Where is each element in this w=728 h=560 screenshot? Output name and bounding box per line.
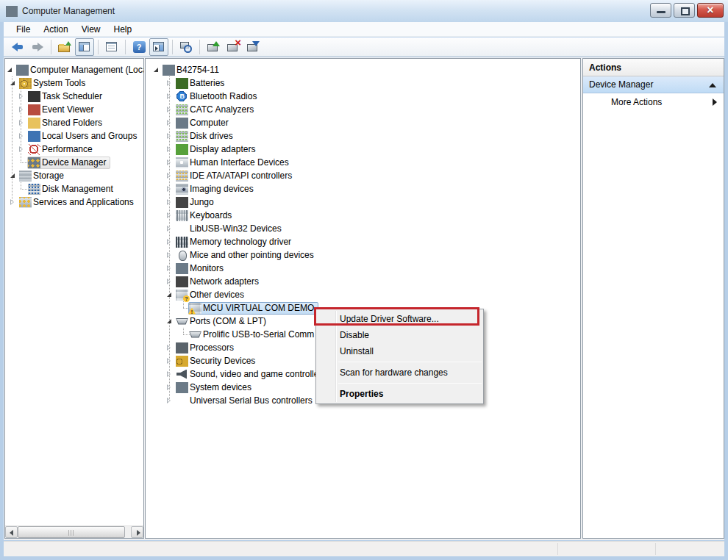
expander-collapsed-icon[interactable] bbox=[165, 116, 175, 129]
uninstall-device-button[interactable] bbox=[224, 38, 243, 56]
device-tree-item-computer[interactable]: Computer bbox=[146, 116, 580, 129]
expander-collapsed-icon[interactable] bbox=[17, 129, 27, 143]
menu-item-uninstall[interactable]: Uninstall bbox=[316, 343, 483, 359]
device-tree-item-imaging-devices[interactable]: Imaging devices bbox=[146, 182, 580, 195]
expander-collapsed-icon[interactable] bbox=[165, 381, 175, 394]
expander-collapsed-icon[interactable] bbox=[165, 103, 175, 116]
restore-button[interactable] bbox=[674, 3, 695, 18]
tree-item-content: Processors bbox=[175, 342, 238, 354]
expander-collapsed-icon[interactable] bbox=[165, 143, 175, 156]
expander-collapsed-icon[interactable] bbox=[165, 275, 175, 288]
expander-collapsed-icon[interactable] bbox=[17, 143, 27, 156]
device-tree-item-b42754-11[interactable]: B42754-11 bbox=[146, 63, 580, 76]
device-tree-item-display-adapters[interactable]: Display adapters bbox=[146, 143, 580, 156]
update-driver-button[interactable] bbox=[204, 38, 223, 56]
title-bar[interactable]: Computer Management bbox=[0, 0, 728, 22]
scan-hardware-button[interactable] bbox=[176, 38, 196, 56]
back-button[interactable] bbox=[8, 38, 27, 56]
device-tree-item-network-adapters[interactable]: Network adapters bbox=[146, 275, 580, 288]
menu-file[interactable]: File bbox=[10, 23, 37, 36]
expander-collapsed-icon[interactable] bbox=[165, 156, 175, 169]
expander-expanded-icon[interactable] bbox=[8, 76, 18, 90]
console-tree-item-device-manager[interactable]: Device Manager bbox=[5, 156, 143, 169]
expander-collapsed-icon[interactable] bbox=[165, 209, 175, 222]
device-tree-item-memory-technology-driver[interactable]: Memory technology driver bbox=[146, 235, 580, 248]
menu-action[interactable]: Action bbox=[37, 23, 74, 36]
console-tree-item-disk-management[interactable]: Disk Management bbox=[5, 182, 143, 195]
expander-expanded-icon[interactable] bbox=[165, 315, 175, 328]
actions-group-device-manager[interactable]: Device Manager bbox=[583, 76, 724, 93]
shared-folders-icon bbox=[28, 118, 40, 129]
selected-item-highlight[interactable]: !MCU VIRTUAL COM DEMO bbox=[188, 302, 318, 315]
close-button[interactable] bbox=[697, 3, 724, 18]
expander-collapsed-icon[interactable] bbox=[165, 222, 175, 235]
device-tree-item-monitors[interactable]: Monitors bbox=[146, 262, 580, 275]
menu-item-scan-for-hardware-changes[interactable]: Scan for hardware changes bbox=[316, 365, 483, 381]
device-tree-item-ide-ata-atapi-controllers[interactable]: IDE ATA/ATAPI controllers bbox=[146, 169, 580, 182]
expander-collapsed-icon[interactable] bbox=[165, 394, 175, 407]
device-tree-item-catc-analyzers[interactable]: CATC Analyzers bbox=[146, 103, 580, 116]
expander-collapsed-icon[interactable] bbox=[165, 76, 175, 90]
console-tree-item-performance[interactable]: Performance bbox=[5, 143, 143, 156]
forward-button[interactable] bbox=[28, 38, 47, 56]
expander-collapsed-icon[interactable] bbox=[165, 182, 175, 195]
minimize-button[interactable] bbox=[650, 3, 671, 18]
device-tree-item-libusb-win32-devices[interactable]: LibUSB-Win32 Devices bbox=[146, 222, 580, 235]
expander-collapsed-icon[interactable] bbox=[165, 195, 175, 209]
expander-collapsed-icon[interactable] bbox=[165, 90, 175, 103]
expander-expanded-icon[interactable] bbox=[165, 288, 175, 301]
horizontal-scrollbar[interactable] bbox=[5, 525, 143, 538]
expander-collapsed-icon[interactable] bbox=[165, 129, 175, 143]
menu-item-update-driver-software[interactable]: Update Driver Software... bbox=[316, 311, 483, 327]
console-tree-item-computer-management-local[interactable]: Computer Management (Local) bbox=[5, 63, 143, 76]
scrollbar-thumb[interactable] bbox=[18, 526, 125, 538]
device-tree-item-keyboards[interactable]: Keyboards bbox=[146, 209, 580, 222]
properties-window-button[interactable] bbox=[102, 38, 121, 56]
show-hide-action-pane-button[interactable] bbox=[149, 38, 168, 56]
console-tree-item-shared-folders[interactable]: Shared Folders bbox=[5, 116, 143, 129]
device-tree-item-bluetooth-radios[interactable]: Bluetooth Radios bbox=[146, 90, 580, 103]
console-tree-item-event-viewer[interactable]: Event Viewer bbox=[5, 103, 143, 116]
console-tree-item-services-and-applications[interactable]: Services and Applications bbox=[5, 195, 143, 209]
up-one-level-button[interactable] bbox=[55, 38, 74, 56]
expander-collapsed-icon[interactable] bbox=[165, 367, 175, 381]
menu-view[interactable]: View bbox=[75, 23, 107, 36]
tree-item-label: Batteries bbox=[188, 78, 226, 88]
expander-collapsed-icon[interactable] bbox=[165, 354, 175, 367]
expander-collapsed-icon[interactable] bbox=[165, 248, 175, 262]
expander-collapsed-icon[interactable] bbox=[17, 90, 27, 103]
device-tree-item-batteries[interactable]: Batteries bbox=[146, 76, 580, 90]
console-tree-item-storage[interactable]: Storage bbox=[5, 169, 143, 182]
collapse-group-icon[interactable] bbox=[709, 83, 716, 87]
menu-item-properties[interactable]: Properties bbox=[316, 386, 483, 402]
selected-item-highlight[interactable]: Device Manager bbox=[27, 157, 110, 169]
console-tree-item-system-tools[interactable]: System Tools bbox=[5, 76, 143, 90]
disable-device-button[interactable] bbox=[243, 38, 263, 56]
help-button[interactable] bbox=[129, 38, 149, 56]
scroll-right-button[interactable] bbox=[131, 526, 143, 538]
workspace: Computer Management (Local)System ToolsT… bbox=[4, 57, 724, 540]
console-tree-item-task-scheduler[interactable]: Task Scheduler bbox=[5, 90, 143, 103]
expander-collapsed-icon[interactable] bbox=[8, 195, 18, 209]
menu-item-disable[interactable]: Disable bbox=[316, 327, 483, 343]
expander-collapsed-icon[interactable] bbox=[165, 262, 175, 275]
expander-collapsed-icon[interactable] bbox=[17, 116, 27, 129]
expander-collapsed-icon[interactable] bbox=[165, 169, 175, 182]
device-tree-item-mice-and-other-pointing-devices[interactable]: Mice and other pointing devices bbox=[146, 248, 580, 262]
device-tree-item-disk-drives[interactable]: Disk drives bbox=[146, 129, 580, 143]
console-tree-item-local-users-and-groups[interactable]: Local Users and Groups bbox=[5, 129, 143, 143]
expander-expanded-icon[interactable] bbox=[8, 169, 18, 182]
expander-collapsed-icon[interactable] bbox=[17, 103, 27, 116]
expander-collapsed-icon[interactable] bbox=[165, 341, 175, 354]
scroll-left-button[interactable] bbox=[5, 526, 18, 538]
expander-expanded-icon[interactable] bbox=[151, 63, 162, 76]
more-actions-item[interactable]: More Actions bbox=[583, 93, 724, 111]
expander-expanded-icon[interactable] bbox=[5, 63, 15, 76]
device-tree-item-jungo[interactable]: Jungo bbox=[146, 195, 580, 209]
show-hide-console-tree-button[interactable] bbox=[75, 38, 94, 56]
device-tree-item-human-interface-devices[interactable]: Human Interface Devices bbox=[146, 156, 580, 169]
expander-collapsed-icon[interactable] bbox=[165, 235, 175, 248]
device-tree-item-other-devices[interactable]: ?Other devices bbox=[146, 288, 580, 301]
menu-help[interactable]: Help bbox=[107, 23, 139, 36]
system-tools-icon bbox=[19, 78, 32, 89]
